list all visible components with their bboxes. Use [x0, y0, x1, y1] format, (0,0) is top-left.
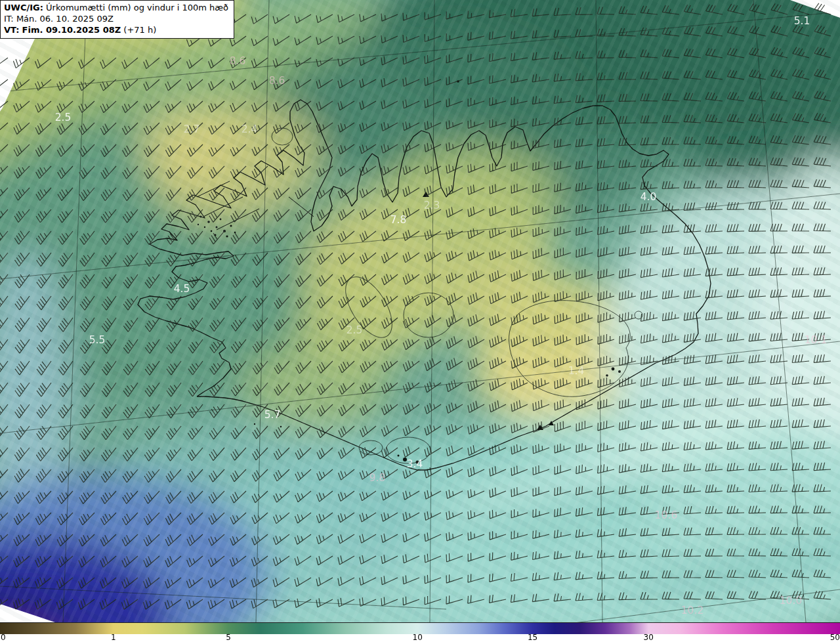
lead-time: (+71 h) — [123, 25, 156, 35]
title-line-init: IT: Mán. 06. 10. 2025 09Z — [4, 13, 228, 24]
valid-label: VT: — [4, 25, 19, 35]
weather-map-stage: 5.18.68.62.52.72.44.02.37.84.52.55.510.1… — [0, 0, 840, 642]
precip-value-label: 1.4 — [568, 365, 585, 377]
precip-value-label: 10.1 — [805, 334, 828, 346]
init-label: IT: — [4, 14, 14, 24]
precip-value-label: 2.5 — [55, 112, 72, 123]
product-title: Úrkomumætti (mm) og vindur i 100m hæð — [46, 3, 228, 12]
colorbar-tick-label: 50 — [830, 633, 840, 641]
colorbar-tick-label: 0 — [1, 633, 6, 641]
colorbar-ticks: 01510153050 — [0, 634, 840, 642]
precip-value-label: 4.5 — [174, 283, 190, 295]
title-box: UWC/IG: Úrkomumætti (mm) og vindur i 100… — [0, 0, 234, 39]
precip-value-label: 4.0 — [640, 191, 657, 203]
precip-value-label: 2.5 — [346, 324, 363, 336]
valid-value: Fim. 09.10.2025 08Z — [22, 25, 121, 35]
precip-value-label: 7.8 — [390, 214, 407, 226]
map-canvas: 5.18.68.62.52.72.44.02.37.84.52.55.510.1… — [0, 0, 840, 642]
precip-value-label: 2.4 — [242, 123, 258, 135]
precip-value-label: 2.3 — [424, 200, 440, 211]
colorbar: 01510153050 — [0, 622, 840, 642]
precip-value-label: 10.6 — [655, 509, 678, 521]
colorbar-tick-label: 10 — [413, 633, 423, 641]
precip-value-label: 8.6 — [269, 75, 285, 87]
precip-value-label: 8.6 — [230, 55, 246, 67]
precip-value-label: 5.5 — [89, 334, 106, 346]
title-line-product: UWC/IG: Úrkomumætti (mm) og vindur i 100… — [4, 2, 228, 13]
title-line-valid: VT: Fim. 09.10.2025 08Z (+71 h) — [4, 24, 228, 35]
init-value: Mán. 06. 10. 2025 09Z — [16, 14, 114, 24]
colorbar-tick-label: 5 — [226, 633, 231, 641]
precip-value-label: 10.2 — [681, 605, 704, 616]
colorbar-tick-label: 1 — [111, 633, 116, 641]
product-label: UWC/IG: — [4, 3, 43, 12]
precip-value-label: 5.7 — [264, 409, 281, 421]
precip-value-label: 9.8 — [369, 472, 386, 484]
colorbar-tick-label: 30 — [644, 633, 654, 641]
precip-value-label: 2.7 — [184, 123, 200, 135]
colorbar-tick-label: 15 — [528, 633, 537, 641]
precip-value-label: 5.1 — [794, 15, 810, 27]
precip-value-label: 10.0 — [780, 595, 803, 607]
precip-value-label: 3.4 — [407, 458, 423, 470]
